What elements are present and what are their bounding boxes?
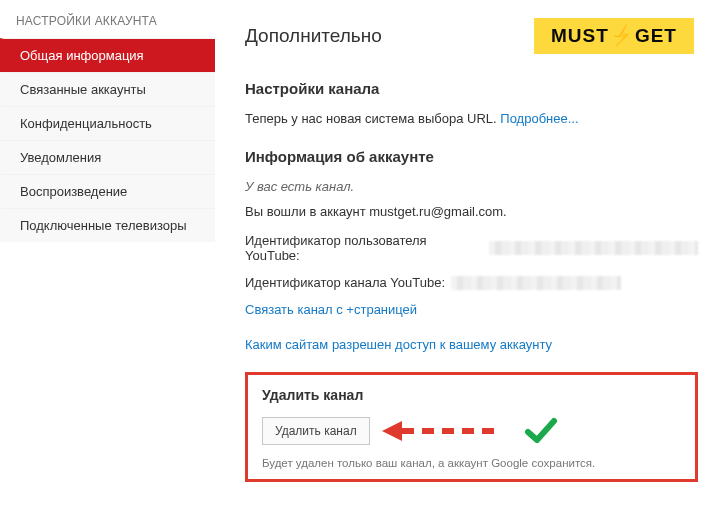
channel-id-label: Идентификатор канала YouTube: xyxy=(245,275,445,290)
brand-text-right: GET xyxy=(635,25,677,47)
has-channel-text: У вас есть канал. xyxy=(245,179,698,194)
user-id-line: Идентификатор пользователя YouTube: xyxy=(245,233,698,263)
delete-disclaimer: Будет удален только ваш канал, а аккаунт… xyxy=(262,457,681,469)
settings-sidebar: НАСТРОЙКИ АККАУНТА Общая информация Связ… xyxy=(0,0,215,492)
arrow-left-icon xyxy=(382,419,512,443)
delete-channel-heading: Удалить канал xyxy=(262,387,681,403)
brand-badge: MUST⚡GET xyxy=(534,18,694,54)
sidebar-item-connected-tvs[interactable]: Подключенные телевизоры xyxy=(0,208,215,242)
delete-row: Удалить канал xyxy=(262,417,681,445)
sidebar-item-label: Конфиденциальность xyxy=(20,116,152,131)
channel-settings-heading: Настройки канала xyxy=(245,80,698,97)
channel-id-line: Идентификатор канала YouTube: xyxy=(245,275,698,290)
sidebar-item-privacy[interactable]: Конфиденциальность xyxy=(0,106,215,140)
user-id-label: Идентификатор пользователя YouTube: xyxy=(245,233,483,263)
channel-id-value-blurred xyxy=(451,276,621,290)
sidebar-item-label: Уведомления xyxy=(20,150,101,165)
account-info-heading: Информация об аккаунте xyxy=(245,148,698,165)
signed-in-line: Вы вошли в аккаунт mustget.ru@gmail.com. xyxy=(245,204,698,219)
checkmark-icon xyxy=(524,417,558,445)
svg-marker-0 xyxy=(382,421,402,441)
main-content: Дополнительно MUST⚡GET Настройки канала … xyxy=(215,0,708,492)
sidebar-item-label: Подключенные телевизоры xyxy=(20,218,187,233)
lightning-icon: ⚡ xyxy=(611,23,633,47)
link-site-access[interactable]: Каким сайтам разрешен доступ к вашему ак… xyxy=(245,337,552,352)
sidebar-item-connected-accounts[interactable]: Связанные аккаунты xyxy=(0,72,215,106)
user-id-value-blurred xyxy=(489,241,698,255)
link-plus-page[interactable]: Связать канал с +страницей xyxy=(245,302,417,317)
delete-channel-button[interactable]: Удалить канал xyxy=(262,417,370,445)
delete-channel-box: Удалить канал Удалить канал Будет удален… xyxy=(245,372,698,482)
main-header: Дополнительно MUST⚡GET xyxy=(245,18,698,54)
sidebar-item-label: Общая информация xyxy=(20,48,144,63)
sidebar-item-label: Воспроизведение xyxy=(20,184,127,199)
sidebar-title: НАСТРОЙКИ АККАУНТА xyxy=(0,8,215,38)
channel-settings-desc: Теперь у нас новая система выбора URL. xyxy=(245,111,500,126)
sidebar-item-playback[interactable]: Воспроизведение xyxy=(0,174,215,208)
signed-in-prefix: Вы вошли в аккаунт xyxy=(245,204,369,219)
learn-more-link[interactable]: Подробнее... xyxy=(500,111,578,126)
channel-settings-text: Теперь у нас новая система выбора URL. П… xyxy=(245,111,698,126)
sidebar-item-label: Связанные аккаунты xyxy=(20,82,146,97)
sidebar-item-notifications[interactable]: Уведомления xyxy=(0,140,215,174)
signed-in-email: mustget.ru@gmail.com. xyxy=(369,204,506,219)
page-title: Дополнительно xyxy=(245,25,382,47)
sidebar-item-overview[interactable]: Общая информация xyxy=(0,38,215,72)
brand-text-left: MUST xyxy=(551,25,609,47)
